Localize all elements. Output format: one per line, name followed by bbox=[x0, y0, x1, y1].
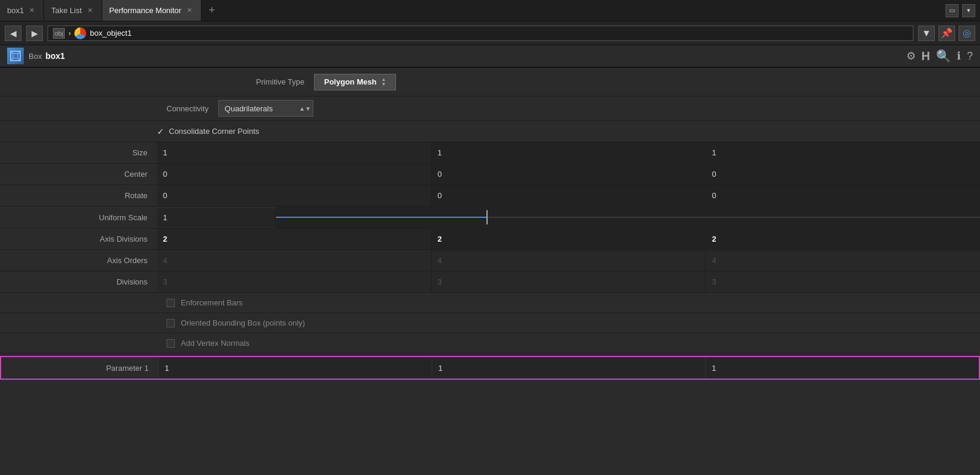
help-h-icon[interactable]: H bbox=[922, 49, 930, 63]
axis-orders-y-value: 4 bbox=[438, 256, 442, 265]
size-x-cell[interactable]: 1 bbox=[157, 142, 431, 163]
tab-bar: box1 ✕ Take List ✕ Performance Monitor ✕… bbox=[0, 0, 980, 21]
add-vertex-normals-label: Add Vertex Normals bbox=[181, 339, 250, 348]
add-vertex-normals-checkbox[interactable] bbox=[167, 339, 175, 348]
address-bar: ◀ ▶ obj › box_object1 ▼ 📌 ◎ bbox=[0, 21, 980, 45]
oriented-bounding-box-row: Oriented Bounding Box (points only) bbox=[0, 313, 980, 333]
center-y-value: 0 bbox=[438, 170, 442, 179]
forward-button[interactable]: ▶ bbox=[26, 26, 43, 41]
divisions-y-cell: 3 bbox=[431, 271, 706, 292]
object-name: box_object1 bbox=[90, 29, 131, 38]
address-bar-actions: ▼ 📌 ◎ bbox=[918, 26, 975, 41]
title-bar-type-label: Box bbox=[29, 52, 42, 61]
axis-divisions-label: Axis Divisions bbox=[0, 229, 157, 249]
uniform-scale-slider[interactable] bbox=[276, 207, 980, 228]
add-vertex-normals-row: Add Vertex Normals bbox=[0, 333, 980, 354]
center-z-cell[interactable]: 0 bbox=[705, 164, 980, 185]
tab-add-button[interactable]: + bbox=[202, 0, 222, 21]
connectivity-dropdown[interactable]: Quadrilaterals Triangles Rows Columns ▲▼ bbox=[218, 100, 313, 117]
consolidate-label: Consolidate Corner Points bbox=[169, 127, 259, 136]
rotate-z-cell[interactable]: 0 bbox=[705, 185, 980, 206]
size-label: Size bbox=[0, 142, 157, 163]
back-button[interactable]: ◀ bbox=[5, 26, 21, 41]
title-bar-actions: ⚙ H 🔍 ℹ ? bbox=[906, 49, 973, 63]
address-pin-button[interactable]: 📌 bbox=[938, 26, 955, 41]
divisions-value: 3 3 3 bbox=[157, 271, 980, 292]
axis-divisions-y-cell[interactable]: 2 bbox=[431, 229, 706, 249]
box-type-icon bbox=[7, 48, 24, 64]
center-z-value: 0 bbox=[712, 170, 716, 179]
divisions-z-cell: 3 bbox=[705, 271, 980, 292]
tab-box1-label: box1 bbox=[7, 6, 24, 15]
divisions-y-value: 3 bbox=[438, 277, 442, 286]
object-sphere-icon bbox=[74, 27, 86, 39]
axis-orders-y-cell: 4 bbox=[431, 250, 706, 271]
rotate-x-value: 0 bbox=[163, 191, 167, 200]
consolidate-checkmark[interactable]: ✓ bbox=[157, 127, 164, 136]
tab-take-list[interactable]: Take List ✕ bbox=[44, 0, 102, 21]
axis-divisions-z-value: 2 bbox=[712, 235, 716, 243]
divisions-x-value: 3 bbox=[163, 277, 167, 286]
divisions-label: Divisions bbox=[0, 271, 157, 292]
address-dropdown-button[interactable]: ▼ bbox=[918, 26, 935, 41]
tab-take-list-close[interactable]: ✕ bbox=[86, 6, 95, 15]
center-x-cell[interactable]: 0 bbox=[157, 164, 431, 185]
rotate-value: 0 0 0 bbox=[157, 185, 980, 206]
settings-icon[interactable]: ⚙ bbox=[906, 49, 916, 62]
search-icon[interactable]: 🔍 bbox=[936, 49, 951, 63]
rotate-y-cell[interactable]: 0 bbox=[431, 185, 706, 206]
size-z-value: 1 bbox=[712, 148, 716, 157]
size-z-cell[interactable]: 1 bbox=[705, 142, 980, 163]
primitive-type-arrows[interactable]: ▲ ▼ bbox=[381, 77, 386, 87]
consolidate-row: ✓ Consolidate Corner Points bbox=[0, 121, 980, 142]
size-y-value: 1 bbox=[438, 148, 442, 157]
tab-bar-menu-button[interactable]: ▾ bbox=[962, 4, 975, 17]
rotate-x-cell[interactable]: 0 bbox=[157, 185, 431, 206]
divisions-z-value: 3 bbox=[712, 277, 716, 286]
tab-bar-right: ▭ ▾ bbox=[946, 4, 980, 17]
uniform-scale-input[interactable] bbox=[157, 208, 276, 227]
center-y-cell[interactable]: 0 bbox=[431, 164, 706, 185]
primitive-type-down-arrow[interactable]: ▼ bbox=[381, 82, 386, 87]
parameter1-y-cell[interactable]: 1 bbox=[432, 357, 705, 379]
obj-icon: obj bbox=[53, 28, 65, 39]
parameter1-z-cell[interactable]: 1 bbox=[705, 357, 979, 379]
breadcrumb-separator: › bbox=[68, 29, 71, 38]
connectivity-row: Connectivity Quadrilaterals Triangles Ro… bbox=[0, 96, 980, 121]
tab-box1[interactable]: box1 ✕ bbox=[0, 0, 44, 21]
size-y-cell[interactable]: 1 bbox=[431, 142, 706, 163]
primitive-type-dropdown[interactable]: Polygon Mesh ▲ ▼ bbox=[314, 74, 396, 90]
info-icon[interactable]: ℹ bbox=[957, 49, 961, 62]
oriented-bounding-box-label: Oriented Bounding Box (points only) bbox=[181, 318, 305, 327]
primitive-type-label: Primitive Type bbox=[157, 73, 314, 91]
rotate-row: Rotate 0 0 0 bbox=[0, 185, 980, 207]
axis-orders-x-value: 4 bbox=[163, 256, 167, 265]
axis-divisions-value: 2 2 2 bbox=[157, 229, 980, 249]
axis-divisions-z-cell[interactable]: 2 bbox=[705, 229, 980, 249]
enforcement-bars-row: Enforcement Bars bbox=[0, 293, 980, 313]
slider-thumb[interactable] bbox=[486, 210, 488, 224]
divisions-x-cell: 3 bbox=[157, 271, 431, 292]
title-bar-name: box1 bbox=[45, 51, 65, 61]
rotate-y-value: 0 bbox=[438, 191, 442, 200]
oriented-bounding-box-checkbox[interactable] bbox=[167, 319, 175, 327]
axis-orders-label: Axis Orders bbox=[0, 250, 157, 271]
address-target-button[interactable]: ◎ bbox=[959, 26, 975, 41]
question-icon[interactable]: ? bbox=[967, 50, 973, 62]
tab-box1-close[interactable]: ✕ bbox=[27, 6, 36, 15]
center-value: 0 0 0 bbox=[157, 164, 980, 185]
connectivity-select[interactable]: Quadrilaterals Triangles Rows Columns bbox=[218, 100, 313, 117]
parameter1-x-cell[interactable]: 1 bbox=[158, 357, 432, 379]
center-row: Center 0 0 0 bbox=[0, 164, 980, 185]
tab-bar-restore-button[interactable]: ▭ bbox=[946, 4, 959, 17]
axis-orders-row: Axis Orders 4 4 4 bbox=[0, 250, 980, 271]
size-value: 1 1 1 bbox=[157, 142, 980, 163]
axis-divisions-x-cell[interactable]: 2 bbox=[157, 229, 431, 249]
enforcement-bars-checkbox[interactable] bbox=[167, 299, 175, 307]
tab-performance-monitor-close[interactable]: ✕ bbox=[185, 6, 194, 15]
primitive-type-button[interactable]: Polygon Mesh ▲ ▼ bbox=[314, 74, 396, 90]
slider-fill bbox=[276, 217, 487, 218]
parameter1-x-value: 1 bbox=[165, 364, 169, 373]
size-row: Size 1 1 1 bbox=[0, 142, 980, 164]
tab-performance-monitor[interactable]: Performance Monitor ✕ bbox=[102, 0, 202, 21]
